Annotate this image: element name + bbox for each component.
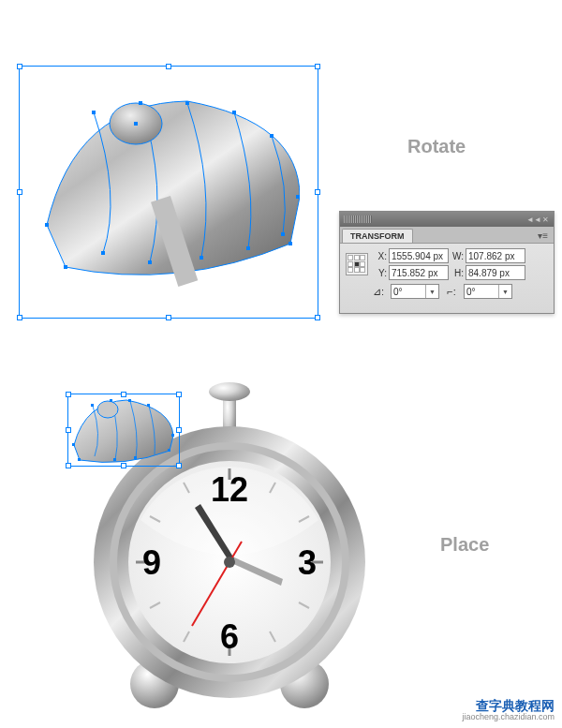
svg-rect-48 (171, 434, 174, 437)
svg-rect-47 (147, 404, 150, 407)
handle-mid-left[interactable] (17, 189, 22, 195)
svg-rect-50 (78, 458, 81, 461)
mini-handle-tr[interactable] (176, 392, 182, 397)
y-input[interactable]: 715.852 px (389, 265, 449, 280)
shear-angle-input[interactable]: 0° ▼ (464, 284, 512, 299)
handle-bot-mid[interactable] (166, 315, 171, 320)
shear-dropdown-icon[interactable]: ▼ (498, 285, 511, 298)
transform-tab[interactable]: TRANSFORM (342, 229, 413, 243)
svg-rect-45 (110, 399, 112, 402)
mini-bell-bounding-box[interactable] (67, 394, 180, 467)
watermark-url: jiaocheng.chazidian.com (462, 713, 555, 722)
handle-bot-right[interactable] (315, 315, 320, 320)
rotate-angle-input[interactable]: 0° ▼ (391, 284, 439, 299)
place-label: Place (440, 534, 489, 556)
transform-panel: ◄◄ ✕ TRANSFORM ▾≡ X: 1555.904 px W: 107.… (339, 211, 555, 314)
panel-titlebar[interactable]: ◄◄ ✕ (340, 212, 554, 227)
h-label: H: (451, 268, 464, 278)
x-input[interactable]: 1555.904 px (389, 248, 449, 263)
mini-handle-tl[interactable] (66, 392, 71, 397)
h-input[interactable]: 84.879 px (466, 265, 525, 280)
svg-rect-44 (91, 404, 94, 407)
rotate-angle-icon: ⊿: (372, 286, 385, 298)
svg-point-41 (224, 557, 235, 568)
svg-point-42 (97, 401, 118, 418)
handle-top-mid[interactable] (166, 64, 171, 69)
numeral-3: 3 (298, 543, 317, 582)
mini-handle-br[interactable] (176, 463, 182, 468)
mini-handle-mr[interactable] (176, 427, 182, 433)
w-label: W: (451, 251, 464, 261)
mini-handle-bm[interactable] (121, 463, 126, 468)
reference-point-grid[interactable] (346, 253, 368, 275)
x-label: X: (374, 251, 387, 261)
handle-top-right[interactable] (315, 64, 320, 69)
watermark: 查字典教程网 jiaocheng.chazidian.com (462, 699, 555, 722)
panel-body: X: 1555.904 px W: 107.862 px Y: 715.852 … (340, 244, 554, 304)
numeral-9: 9 (142, 543, 161, 582)
shear-angle-icon: ⌐: (445, 286, 458, 297)
panel-tabs: TRANSFORM ▾≡ (340, 227, 554, 244)
w-input[interactable]: 107.862 px (466, 248, 525, 263)
svg-rect-52 (134, 456, 137, 459)
svg-rect-46 (128, 399, 131, 402)
handle-top-left[interactable] (17, 64, 22, 69)
svg-point-18 (209, 382, 250, 401)
numeral-6: 6 (220, 617, 239, 656)
mini-handle-ml[interactable] (66, 427, 71, 433)
top-bell-selection (19, 66, 347, 328)
handle-mid-right[interactable] (315, 189, 320, 195)
rotate-label: Rotate (407, 136, 466, 157)
panel-close-icon[interactable]: ✕ (540, 215, 550, 224)
panel-menu-icon[interactable]: ▾≡ (532, 229, 554, 243)
svg-rect-51 (113, 458, 116, 461)
watermark-text: 查字典教程网 (462, 699, 555, 713)
panel-grip-icon[interactable] (344, 215, 372, 223)
rotate-dropdown-icon[interactable]: ▼ (425, 285, 438, 298)
mini-handle-tm[interactable] (121, 392, 126, 397)
handle-bot-left[interactable] (17, 315, 22, 320)
panel-collapse-icon[interactable]: ◄◄ (529, 215, 539, 224)
mini-handle-bl[interactable] (66, 463, 71, 468)
svg-rect-43 (72, 443, 75, 446)
numeral-12: 12 (211, 470, 248, 509)
svg-rect-49 (168, 449, 170, 452)
bounding-box[interactable] (19, 66, 318, 319)
y-label: Y: (374, 268, 387, 278)
